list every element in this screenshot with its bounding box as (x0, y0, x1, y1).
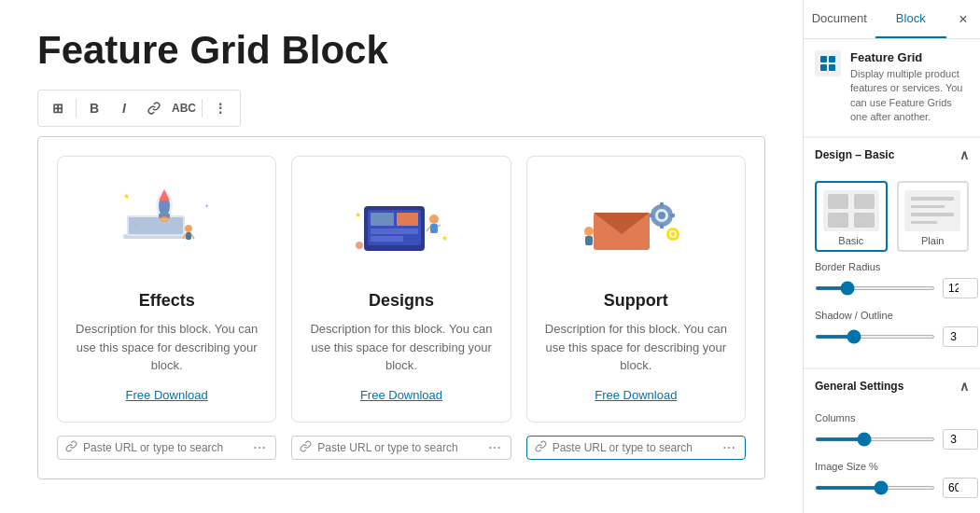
svg-text:★: ★ (441, 234, 448, 243)
svg-text:•: • (134, 222, 136, 228)
svg-rect-49 (854, 194, 875, 209)
svg-rect-36 (660, 224, 664, 229)
svg-point-8 (185, 225, 192, 232)
border-radius-control (815, 278, 969, 298)
columns-label: Columns (815, 412, 969, 423)
svg-rect-47 (829, 64, 835, 71)
url-input-effects: ⋯ (57, 436, 276, 460)
toolbar-more-btn[interactable]: ⋮ (206, 94, 234, 122)
section-general-label: General Settings (815, 380, 903, 393)
sidebar-tabs: Document Block × (804, 0, 980, 39)
shadow-outline-control (815, 326, 969, 347)
svg-text:★: ★ (355, 211, 361, 219)
feature-card-designs-link[interactable]: Free Download (360, 388, 442, 402)
toolbar-italic-btn[interactable]: I (110, 94, 138, 122)
design-option-basic-label: Basic (838, 235, 863, 246)
sidebar-close-btn[interactable]: × (946, 0, 980, 38)
link-icon-support (535, 440, 547, 455)
feature-grid: ★ ✦ • Effects Description for this block… (57, 156, 746, 423)
border-radius-slider[interactable] (815, 286, 935, 290)
toolbar-bold-btn[interactable]: B (80, 94, 108, 122)
section-design-content: Basic Plain Border Radius (804, 172, 980, 368)
svg-point-34 (658, 212, 665, 219)
url-input-designs-field[interactable] (317, 441, 480, 454)
feature-card-effects-image: ★ ✦ • (73, 175, 260, 278)
design-option-basic[interactable]: Basic (815, 181, 888, 252)
shadow-outline-slider[interactable] (815, 335, 935, 339)
svg-rect-20 (371, 236, 403, 242)
svg-rect-9 (186, 232, 191, 240)
section-design-header[interactable]: Design – Basic ∧ (804, 137, 980, 172)
border-radius-input[interactable] (943, 278, 978, 298)
url-input-designs: ⋯ (291, 436, 511, 460)
toolbar-divider-1 (76, 99, 77, 118)
feature-grid-block: ★ ✦ • Effects Description for this block… (37, 136, 765, 479)
shadow-outline-label: Shadow / Outline (815, 310, 969, 321)
link-icon-designs (300, 440, 312, 455)
columns-slider[interactable] (815, 437, 935, 441)
svg-rect-44 (820, 56, 827, 62)
toolbar-link-btn[interactable] (140, 94, 168, 122)
design-option-plain-preview (904, 190, 960, 231)
columns-row: Columns (815, 412, 969, 450)
feature-card-effects-title: Effects (73, 291, 260, 311)
url-options-designs-btn[interactable]: ⋯ (486, 440, 503, 455)
svg-rect-51 (854, 213, 875, 228)
url-options-effects-btn[interactable]: ⋯ (251, 440, 268, 455)
svg-point-41 (671, 232, 675, 236)
feature-card-support-link[interactable]: Free Download (595, 388, 677, 402)
svg-text:✦: ✦ (204, 203, 209, 209)
shadow-outline-input[interactable] (943, 326, 978, 347)
section-design-chevron: ∧ (959, 147, 969, 162)
columns-input[interactable] (943, 429, 978, 450)
url-input-effects-field[interactable] (83, 441, 245, 454)
svg-rect-52 (911, 197, 954, 201)
svg-rect-37 (649, 214, 653, 217)
block-toolbar: ⊞ B I ABC ⋮ (37, 90, 241, 127)
section-design-label: Design – Basic (815, 148, 894, 161)
block-desc: Display multiple product features or ser… (850, 67, 969, 125)
block-icon (815, 50, 841, 76)
svg-rect-45 (829, 56, 835, 62)
section-general-chevron: ∧ (959, 379, 969, 394)
svg-rect-55 (911, 221, 937, 224)
section-general-header[interactable]: General Settings ∧ (804, 368, 980, 403)
block-name: Feature Grid (850, 50, 969, 64)
svg-rect-19 (371, 229, 418, 234)
toolbar-grid-btn[interactable]: ⊞ (44, 94, 72, 122)
image-size-row: Image Size % (815, 461, 969, 498)
svg-rect-53 (911, 205, 945, 208)
image-size-slider[interactable] (815, 486, 935, 490)
svg-rect-17 (371, 213, 394, 226)
tab-document[interactable]: Document (804, 0, 875, 38)
url-options-support-btn[interactable]: ⋯ (721, 440, 737, 455)
link-icon-effects (65, 440, 77, 455)
design-option-basic-preview (823, 190, 879, 231)
sidebar: Document Block × Feature Grid Display mu… (803, 0, 980, 513)
border-radius-label: Border Radius (815, 261, 969, 272)
svg-rect-54 (911, 213, 954, 216)
url-input-support: ⋯ (526, 436, 746, 460)
toolbar-abc-btn[interactable]: ABC (170, 94, 198, 122)
columns-control (815, 429, 969, 450)
feature-card-effects-link[interactable]: Free Download (126, 388, 208, 402)
svg-line-24 (438, 225, 441, 227)
feature-card-designs-desc: Description for this block. You can use … (307, 320, 495, 375)
image-size-input[interactable] (943, 478, 978, 498)
svg-line-23 (427, 227, 430, 231)
tab-block[interactable]: Block (875, 0, 947, 38)
svg-point-27 (356, 242, 363, 249)
feature-card-support-desc: Description for this block. You can use … (542, 320, 730, 375)
design-option-plain[interactable]: Plain (897, 181, 970, 252)
svg-point-7 (160, 216, 169, 222)
design-options: Basic Plain (815, 181, 969, 252)
svg-rect-2 (129, 217, 183, 234)
url-input-support-field[interactable] (553, 441, 715, 454)
image-size-control (815, 478, 969, 498)
svg-line-11 (191, 234, 194, 239)
block-info: Feature Grid Display multiple product fe… (804, 39, 980, 137)
feature-card-support-title: Support (542, 291, 730, 311)
feature-card-designs-title: Designs (307, 291, 495, 311)
svg-rect-46 (820, 64, 827, 71)
url-inputs-row: ⋯ ⋯ ⋯ (57, 436, 746, 460)
